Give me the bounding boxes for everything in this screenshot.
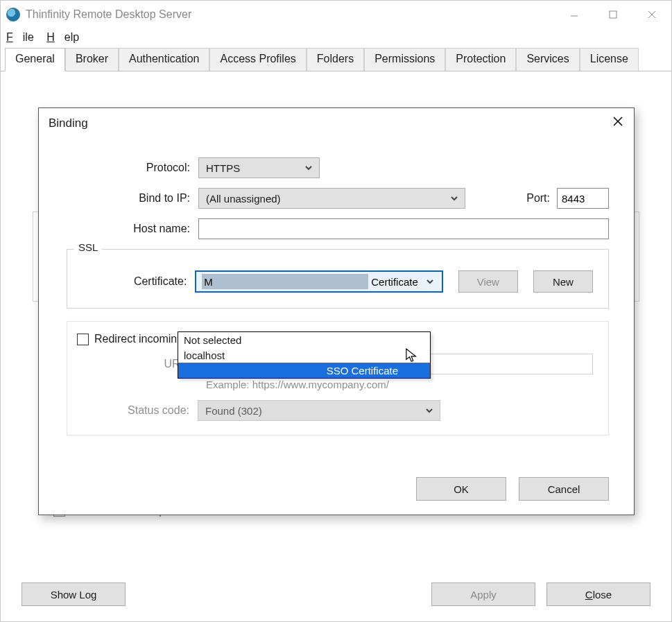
app-icon [6,8,20,21]
hostname-label: Host name: [60,223,198,235]
chevron-down-icon [304,163,313,173]
url-example: Example: https://www.mycompany.com/ [206,379,593,390]
cancel-button[interactable]: Cancel [519,477,609,501]
apply-button[interactable]: Apply [431,582,535,606]
tab-folders[interactable]: Folders [307,48,364,71]
show-log-button[interactable]: Show Log [21,582,126,606]
menu-file[interactable]: File [6,31,34,43]
certificate-combo[interactable]: M Certificate [195,270,442,293]
cert-option-sso-certificate[interactable]: SSO Certificate [178,363,430,378]
dialog-title: Binding [49,116,88,130]
window-controls [555,1,671,28]
tab-general[interactable]: General [5,48,65,71]
redirect-checkbox[interactable] [77,334,89,345]
certificate-dropdown-list: Not selected localhost SSO Certificate [178,331,431,379]
port-input[interactable] [557,188,609,209]
bind-ip-label: Bind to IP: [60,192,198,205]
certificate-label: Certificate: [74,275,195,288]
app-title: Thinfinity Remote Desktop Server [26,8,555,21]
protocol-value: HTTPS [206,162,304,174]
maximize-button[interactable] [594,1,632,28]
view-cert-button[interactable]: View [458,270,518,293]
titlebar: Thinfinity Remote Desktop Server [1,1,671,28]
tab-protection[interactable]: Protection [445,48,516,71]
dialog-close-button[interactable] [612,115,624,131]
tab-access-profiles[interactable]: Access Profiles [209,48,306,71]
status-code-value: Found (302) [205,405,262,417]
chevron-down-icon [449,193,459,203]
dialog-body: Protocol: HTTPS Bind to IP: (All unassig… [39,137,634,474]
tabstrip: General Broker Authentication Access Pro… [1,48,671,71]
minimize-button[interactable] [555,1,594,28]
menubar: File Help [1,28,671,48]
cert-option-localhost[interactable]: localhost [178,347,430,363]
status-code-combo[interactable]: Found (302) [198,400,440,421]
ssl-group: SSL Certificate: M Certificate View New [67,249,609,309]
tab-authentication[interactable]: Authentication [119,48,209,71]
hostname-input[interactable] [198,218,609,239]
svg-rect-1 [610,11,617,18]
menu-help[interactable]: Help [46,31,79,43]
tab-license[interactable]: License [580,48,639,71]
bind-ip-value: (All unassigned) [206,193,449,205]
status-code-label: Status code: [77,404,198,417]
bind-ip-combo[interactable]: (All unassigned) [198,188,465,209]
protocol-combo[interactable]: HTTPS [198,157,320,178]
ok-button[interactable]: OK [416,477,506,501]
new-cert-button[interactable]: New [533,270,593,293]
close-window-button[interactable] [632,1,671,28]
chevron-down-icon [422,277,438,286]
dialog-titlebar: Binding [39,108,634,137]
ssl-legend: SSL [74,241,102,253]
binding-dialog: Binding Protocol: HTTPS Bind to IP: (All… [38,107,635,515]
tab-permissions[interactable]: Permissions [364,48,445,71]
close-button[interactable]: Close [546,582,651,606]
cert-option-not-selected[interactable]: Not selected [178,332,430,347]
port-label: Port: [526,192,557,205]
protocol-label: Protocol: [60,162,198,174]
chevron-down-icon [424,406,434,415]
certificate-selected: M Certificate [202,274,422,289]
tab-broker[interactable]: Broker [65,48,119,71]
main-footer: Show Log Apply Close [1,573,671,621]
tab-services[interactable]: Services [516,48,579,71]
dialog-footer: OK Cancel [39,474,634,515]
